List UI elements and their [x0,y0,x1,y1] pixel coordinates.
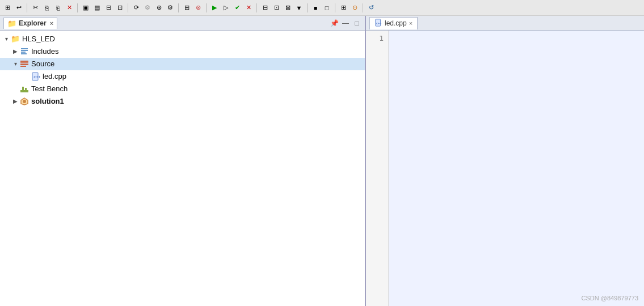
tree-item-root[interactable]: ▾ 📁 HLS_LED [0,33,365,45]
tree-item-testbench[interactable]: ▶ Test Bench [0,83,365,95]
editor-file-icon: c++ [374,19,382,28]
editor-tab-bar: c++ led.cpp × [366,16,644,31]
toolbar-icon-15[interactable]: ⊗ [193,3,203,13]
explorer-tab-actions: 📌 — □ [330,19,361,28]
toolbar-icon-21[interactable]: ⊠ [283,3,293,13]
svg-text:c++: c++ [33,75,40,79]
toolbar-icon-8[interactable]: ⊟ [103,3,113,13]
toolbar-icon-6[interactable]: ▣ [81,3,91,13]
toolbar-separator-9 [363,3,363,12]
main-area: 📁 Explorer × 📌 — □ ▾ 📁 HLS_LED ▶ [0,16,644,306]
svg-rect-4 [20,61,28,62]
svg-rect-3 [21,53,27,54]
svg-rect-6 [20,64,28,65]
solution-icon [19,96,30,107]
arrow-source[interactable]: ▾ [11,58,19,70]
toolbar-icon-4[interactable]: ⎘ [41,3,52,13]
toolbar-icon-20[interactable]: ⊡ [271,3,281,13]
toolbar-icon-2[interactable]: ↩ [14,3,24,13]
editor-tab-label: led.cpp [385,19,407,27]
toolbar-icon-14[interactable]: ⊞ [182,3,192,13]
explorer-tab[interactable]: 📁 Explorer × [3,18,57,29]
editor-tab-close-button[interactable]: × [409,20,413,27]
tree-item-solution1[interactable]: ▶ solution1 [0,95,365,108]
tree-label-solution1: solution1 [31,96,64,107]
toolbar: ⊞ ↩ ✂ ⎘ ⎗ ✕ ▣ ▤ ⊟ ⊡ ⟳ ⚙ ⊛ ⚙ ⊞ ⊗ ▶ ▷ ✔ ✕ … [0,0,644,16]
toolbar-icon-3[interactable]: ✂ [30,3,40,13]
file-tree: ▾ 📁 HLS_LED ▶ Includes [0,31,365,306]
explorer-pin-button[interactable]: 📌 [330,19,339,28]
toolbar-separator-5 [206,3,207,12]
toolbar-separator-1 [27,3,27,12]
line-numbers: 1 [366,31,389,306]
toolbar-separator-3 [128,3,128,12]
toolbar-icon-22[interactable]: ■ [310,3,321,13]
svg-rect-1 [21,50,28,51]
explorer-panel: 📁 Explorer × 📌 — □ ▾ 📁 HLS_LED ▶ [0,16,366,306]
arrow-solution1[interactable]: ▶ [11,96,19,107]
testbench-icon [19,84,30,94]
watermark: CSDN @849879773 [582,295,638,301]
svg-rect-5 [20,62,28,63]
toolbar-separator-2 [77,3,78,12]
toolbar-icon-19[interactable]: ⊟ [260,3,270,13]
explorer-tab-label: Explorer [19,19,47,27]
svg-point-14 [23,100,26,103]
svg-rect-12 [25,88,27,91]
toolbar-icon-18[interactable]: ✕ [243,3,254,13]
tree-label-testbench: Test Bench [31,83,68,95]
includes-icon [19,46,30,57]
toolbar-icon-17[interactable]: ✔ [232,3,242,13]
toolbar-icon-24[interactable]: ⊞ [338,3,348,13]
tree-item-source[interactable]: ▾ Source [0,58,365,70]
toolbar-icon-refresh[interactable]: ↺ [366,3,376,13]
toolbar-icon-11[interactable]: ⚙ [142,3,153,13]
source-icon [19,59,30,69]
toolbar-icon-1[interactable]: ⊞ [2,3,12,13]
explorer-tab-close[interactable]: × [50,20,53,27]
arrow-includes[interactable]: ▶ [11,46,19,57]
toolbar-icon-10[interactable]: ⟳ [131,3,141,13]
toolbar-icon-run[interactable]: ▶ [209,3,220,13]
svg-rect-2 [21,52,26,53]
svg-rect-11 [22,87,24,91]
tree-label-led-cpp: led.cpp [43,71,66,82]
tree-label-source: Source [31,58,54,70]
svg-rect-0 [21,48,28,49]
tree-item-includes[interactable]: ▶ Includes [0,45,365,58]
svg-text:c++: c++ [376,21,381,24]
explorer-minimize-button[interactable]: — [341,19,350,28]
line-number-1: 1 [366,33,388,44]
toolbar-icon-dropdown[interactable]: ▼ [294,3,304,13]
tree-item-led-cpp[interactable]: c++ led.cpp [0,70,365,83]
editor-tab-led-cpp[interactable]: c++ led.cpp × [369,17,418,29]
editor-content-area[interactable]: 1 [366,31,644,306]
toolbar-icon-7[interactable]: ▤ [92,3,102,13]
editor-panel: c++ led.cpp × 1 [366,16,644,306]
tree-label-root: HLS_LED [22,33,55,45]
toolbar-icon-5[interactable]: ⎗ [53,3,63,13]
tree-label-includes: Includes [31,46,58,57]
svg-rect-10 [20,90,28,92]
watermark-text: CSDN @849879773 [582,295,638,301]
toolbar-icon-25[interactable]: ⊙ [350,3,360,13]
arrow-root[interactable]: ▾ [2,33,10,45]
toolbar-icon-23[interactable]: □ [322,3,332,13]
toolbar-separator-6 [256,3,257,12]
toolbar-separator-8 [335,3,335,12]
explorer-folder-icon: 📁 [7,19,16,28]
explorer-tab-bar: 📁 Explorer × 📌 — □ [0,16,365,31]
file-cpp-icon: c++ [31,71,41,82]
toolbar-icon-12[interactable]: ⊛ [154,3,164,13]
toolbar-separator-4 [178,3,179,12]
toolbar-icon-9[interactable]: ⊡ [115,3,125,13]
folder-icon-root: 📁 [10,34,20,44]
toolbar-icon-16[interactable]: ▷ [221,3,231,13]
svg-rect-7 [20,66,26,67]
toolbar-separator-7 [307,3,308,12]
explorer-maximize-button[interactable]: □ [352,19,361,28]
code-editor[interactable] [389,31,644,306]
toolbar-icon-13[interactable]: ⚙ [165,3,175,13]
toolbar-icon-delete[interactable]: ✕ [64,3,74,13]
